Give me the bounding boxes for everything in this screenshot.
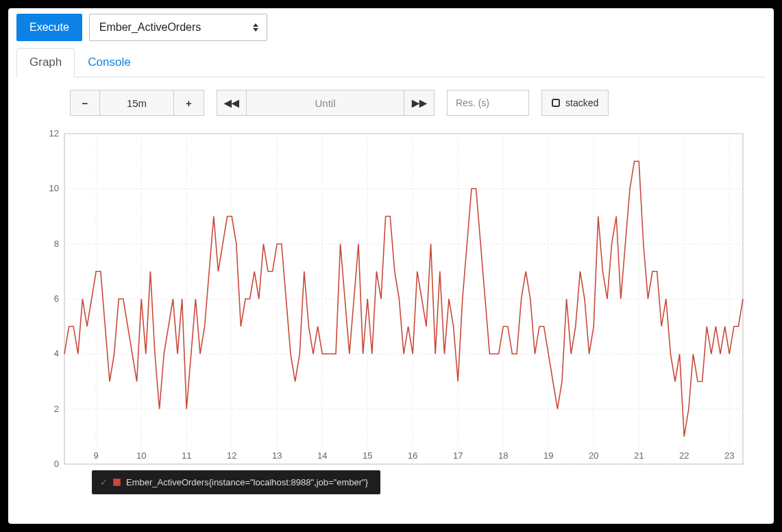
svg-text:12: 12 <box>49 128 59 138</box>
query-select[interactable]: Ember_ActiveOrders <box>89 14 267 41</box>
svg-text:20: 20 <box>589 450 598 461</box>
tab-console[interactable]: Console <box>75 48 143 77</box>
svg-text:15: 15 <box>363 450 372 461</box>
svg-text:10: 10 <box>49 183 59 193</box>
svg-text:8: 8 <box>54 239 59 249</box>
until-group: ◀◀ Until ▶▶ <box>217 90 435 116</box>
range-input[interactable]: 15m <box>100 90 174 116</box>
svg-text:22: 22 <box>679 450 689 461</box>
resolution-input[interactable]: Res. (s) <box>447 90 529 116</box>
svg-text:6: 6 <box>54 293 59 304</box>
legend[interactable]: ✓ Ember_ActiveOrders{instance="localhost… <box>92 470 380 494</box>
svg-text:23: 23 <box>724 450 734 461</box>
chevron-sort-icon <box>253 23 258 32</box>
stacked-toggle[interactable]: stacked <box>541 90 609 116</box>
stack-icon <box>552 99 560 107</box>
controls-row: − 15m + ◀◀ Until ▶▶ Res. (s) stacked <box>16 90 766 116</box>
top-toolbar: Execute Ember_ActiveOrders <box>16 14 766 41</box>
time-range-group: − 15m + <box>70 90 204 116</box>
until-input[interactable]: Until <box>247 90 404 116</box>
svg-text:19: 19 <box>543 450 553 461</box>
legend-series-label: Ember_ActiveOrders{instance="localhost:8… <box>126 477 368 487</box>
svg-text:18: 18 <box>498 450 508 461</box>
svg-text:14: 14 <box>317 450 327 461</box>
svg-text:4: 4 <box>54 348 59 359</box>
range-increase-button[interactable]: + <box>174 90 204 116</box>
svg-text:10: 10 <box>136 450 146 461</box>
check-icon: ✓ <box>100 477 108 487</box>
query-select-value: Ember_ActiveOrders <box>99 21 201 34</box>
execute-button[interactable]: Execute <box>16 14 82 41</box>
until-forward-button[interactable]: ▶▶ <box>404 90 435 116</box>
svg-text:17: 17 <box>453 450 463 461</box>
svg-text:21: 21 <box>634 450 644 461</box>
plus-icon: + <box>186 97 192 109</box>
until-back-button[interactable]: ◀◀ <box>217 90 247 116</box>
svg-text:13: 13 <box>272 450 282 461</box>
svg-text:11: 11 <box>182 450 191 461</box>
svg-text:12: 12 <box>227 450 236 461</box>
fast-forward-icon: ▶▶ <box>412 97 427 108</box>
svg-text:9: 9 <box>94 450 99 461</box>
app-frame: Execute Ember_ActiveOrders Graph Console… <box>8 8 774 524</box>
svg-text:0: 0 <box>54 459 59 469</box>
chart-area[interactable]: 02468101291011121314151617181920212223 ✓… <box>37 128 752 492</box>
svg-text:2: 2 <box>54 404 59 414</box>
stacked-label: stacked <box>565 97 598 108</box>
tab-graph[interactable]: Graph <box>16 48 75 77</box>
tabs: Graph Console <box>16 48 766 77</box>
rewind-icon: ◀◀ <box>224 97 239 108</box>
range-decrease-button[interactable]: − <box>70 90 100 116</box>
legend-swatch <box>113 479 121 486</box>
svg-text:16: 16 <box>408 450 417 461</box>
minus-icon: − <box>82 97 88 109</box>
